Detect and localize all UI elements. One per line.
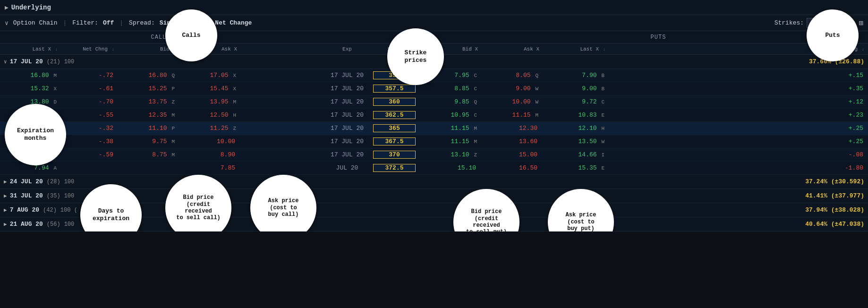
top-bar: ▶ Underlying xyxy=(0,0,868,15)
strike-cell: 372.5 xyxy=(373,164,420,172)
expiry-group-collapsed[interactable]: ▶ 24 JUL 20 (28) 100 37.24% (±30.592) xyxy=(0,175,868,189)
expiry-pct: 40.64% (±47.038) xyxy=(805,221,864,228)
table-row[interactable]: 10.12 C -.38 9.75 M 10.00 17 JUL 20 367.… xyxy=(0,135,868,148)
strike-cell: 360 xyxy=(373,98,420,106)
put-askx: 13.60 xyxy=(482,138,543,145)
expiry-date: 21 AUG 20 xyxy=(10,221,43,228)
table-row[interactable]: 16.80 M -.72 16.80 Q 17.05 X 17 JUL 20 3… xyxy=(0,69,868,82)
sort-icon: ↓ xyxy=(603,47,605,52)
put-bidx: 8.85 C xyxy=(420,85,482,92)
strike-section-header xyxy=(401,31,449,43)
put-bidx: 15.10 xyxy=(420,164,482,171)
call-netchng: -.55 xyxy=(61,111,118,119)
col-hdr-plastx: Last X ↓ xyxy=(543,43,609,54)
col-hdr-lastx: Last X ↓ xyxy=(0,43,61,54)
col-hdr-pnetchng: Net Chng ↓ xyxy=(609,43,868,54)
strike-cell: 357.5 xyxy=(373,85,420,93)
layout-value[interactable]: Last X, Net Change xyxy=(186,19,252,26)
strikes-label: Strikes: xyxy=(774,19,804,26)
expiry-group-collapsed[interactable]: ▶ 7 AUG 20 (42) 100 ( 37.94% (±38.028) xyxy=(0,203,868,217)
call-askx: 12.50 H xyxy=(179,111,241,119)
col-hdr-pbidx: Bid X xyxy=(420,43,482,54)
sort-icon: ↓ xyxy=(862,47,864,52)
dropdown-arrow-icon: ▼ xyxy=(833,20,836,26)
expiry-date-cell: 17 JUL 20 xyxy=(321,125,373,132)
call-lastx: 13.80 D xyxy=(0,98,61,105)
call-bidx: 13.75 Z xyxy=(118,98,179,105)
expiry-chevron-icon: ▶ xyxy=(4,221,7,227)
call-askx: 11.25 Z xyxy=(179,125,241,132)
put-lastx: 9.72 C xyxy=(543,98,609,105)
expiry-chevron-icon: ▶ xyxy=(4,179,7,185)
expiry-group-collapsed[interactable]: ▶ 21 AUG 20 (56) 100 40.64% (±47.038) xyxy=(0,217,868,231)
put-bidx: 11.15 M xyxy=(420,125,482,132)
call-netchng: -.70 xyxy=(61,98,118,105)
expiry-days: (56) xyxy=(47,221,60,228)
call-askx: 7.85 xyxy=(179,164,241,171)
call-askx: 10.00 xyxy=(179,138,241,145)
expiry-days: (42) xyxy=(43,207,57,214)
col-hdr-exp: Exp xyxy=(321,43,373,54)
section-label: Option Chain xyxy=(13,19,58,26)
put-netchng: +.23 xyxy=(609,111,868,119)
call-askx: 17.05 X xyxy=(179,72,241,79)
section-chevron[interactable]: ∨ xyxy=(5,19,9,27)
strikes-select[interactable]: 8 10 12 16 20 xyxy=(807,18,830,28)
col-hdr-bidx: Bid X xyxy=(118,43,179,54)
puts-section-header: PUTS xyxy=(449,31,868,43)
table-row[interactable]: 12.80 D -.55 12.35 M 12.50 H 17 JUL 20 3… xyxy=(0,109,868,122)
col-hdr-netchng: Net Chng ↓ xyxy=(61,43,118,54)
table-row[interactable]: 7.94 A 7.85 JUL 20 372.5 15.10 16.50 15.… xyxy=(0,162,868,175)
put-bidx: 9.85 Q xyxy=(420,98,482,105)
put-netchng: -.08 xyxy=(609,151,868,158)
table-row[interactable]: 13.80 D -.70 13.75 Z 13.95 M 17 JUL 20 3… xyxy=(0,95,868,109)
put-lastx: 7.90 B xyxy=(543,72,609,79)
expiry-date: 7 AUG 20 xyxy=(10,206,39,214)
expiry-date-cell: 17 JUL 20 xyxy=(321,111,373,119)
put-netchng: +.12 xyxy=(609,98,868,105)
strike-cell: 362.5 xyxy=(373,111,420,119)
expiry-pct: 41.41% (±37.977) xyxy=(805,192,864,199)
expiry-days: (21) xyxy=(47,59,60,65)
call-bidx xyxy=(118,164,179,171)
put-lastx: 15.35 E xyxy=(543,164,609,171)
put-askx: 9.00 W xyxy=(482,85,543,92)
section-header-row: CALLS PUTS xyxy=(0,31,868,43)
put-netchng: -1.80 xyxy=(609,164,868,171)
put-bidx: 7.95 C xyxy=(420,72,482,79)
filter-value[interactable]: Off xyxy=(103,19,114,26)
table-row[interactable]: 15.32 X -.61 15.25 P 15.45 X 17 JUL 20 3… xyxy=(0,82,868,95)
call-lastx: 16.80 M xyxy=(0,72,61,79)
call-netchng: -.61 xyxy=(61,85,118,92)
expiry-group-collapsed[interactable]: ▶ 31 JUL 20 (35) 100 41.41% (±37.977) xyxy=(0,189,868,203)
expiry-date: 31 JUL 20 xyxy=(10,192,43,199)
expiry-strikes: 100 xyxy=(64,59,75,65)
col-hdr-askx: Ask X xyxy=(179,43,241,54)
put-lastx: 12.10 H xyxy=(543,125,609,132)
call-lastx: 11.53 C xyxy=(0,125,61,132)
call-askx: 15.45 X xyxy=(179,85,241,92)
toolbar: ∨ Option Chain | Filter: Off | Spread: S… xyxy=(0,15,868,31)
call-lastx: 10.12 C xyxy=(0,138,61,145)
put-lastx: 14.66 I xyxy=(543,151,609,158)
put-netchng: +.25 xyxy=(609,138,868,145)
filter-icon[interactable]: ▽ xyxy=(851,18,855,28)
call-askx: 8.90 xyxy=(179,151,241,158)
put-bidx: 13.10 Z xyxy=(420,151,482,158)
call-bidx: 12.35 M xyxy=(118,111,179,119)
expiry-days: (28) xyxy=(47,179,60,185)
table-row[interactable]: 8.81 E -.59 8.75 M 8.90 17 JUL 20 370 13… xyxy=(0,148,868,162)
table-row[interactable]: 11.53 C -.32 11.10 P 11.25 Z 17 JUL 20 3… xyxy=(0,122,868,135)
put-askx: 12.30 xyxy=(482,125,543,132)
call-netchng: -.59 xyxy=(61,151,118,158)
put-askx: 11.15 M xyxy=(482,111,543,119)
page-title: Underlying xyxy=(11,4,51,11)
expand-icon[interactable]: ▶ xyxy=(5,4,9,11)
expiry-group-jul17[interactable]: ∨ 17 JUL 20 (21) 100 37.60% (±26.88) xyxy=(0,55,868,69)
spread-value[interactable]: Sin xyxy=(160,19,170,26)
settings-icon[interactable]: ⊞ xyxy=(859,18,863,28)
expiry-strikes: 100 xyxy=(64,221,75,228)
call-netchng: -.32 xyxy=(61,125,118,132)
expiry-chevron-icon: ∨ xyxy=(4,59,7,65)
expiry-strikes: 100 xyxy=(64,179,75,185)
